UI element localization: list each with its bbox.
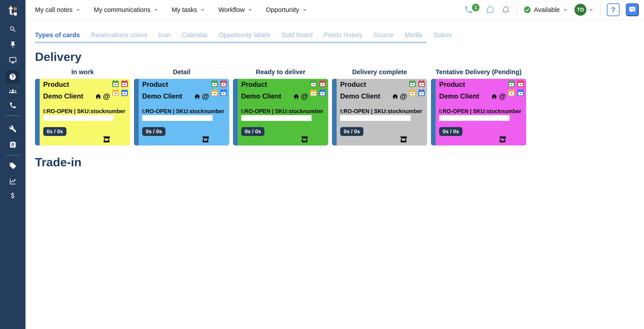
sidebar-item-pinned[interactable] <box>0 41 26 48</box>
card-timer-badge: 0s / 0s <box>340 127 364 136</box>
tab-calendar[interactable]: Calendar <box>182 32 208 39</box>
avatar: TD <box>574 4 586 16</box>
help-icon <box>9 73 16 80</box>
tab-points-history[interactable]: Points history <box>324 32 362 39</box>
chevron-down-icon <box>200 7 206 12</box>
sidebar-item-clients[interactable] <box>0 88 26 95</box>
delivery-board: In work Product Demo Client @ <box>35 68 644 146</box>
sidebar-divider <box>6 115 19 116</box>
card-client-label: Demo Client <box>241 92 281 100</box>
home-icon <box>491 93 498 100</box>
card-input-strip <box>43 115 114 121</box>
card-preview-detail: Product Demo Client @ I:RO-OPEN | SKU:st… <box>134 79 229 146</box>
support-chat-button[interactable] <box>626 3 639 16</box>
chevron-down-icon <box>153 7 159 12</box>
sidebar: t <box>0 0 26 329</box>
sidebar-item-tags[interactable] <box>0 162 26 170</box>
sidebar-item-tasks[interactable] <box>0 141 26 148</box>
tab-opportunity-labels[interactable]: Opportunity labels <box>219 32 270 39</box>
tab-media[interactable]: Media <box>405 32 422 39</box>
sidebar-item-search[interactable] <box>0 26 26 33</box>
card-client-label: Demo Client <box>43 92 83 100</box>
help-button[interactable]: ? <box>607 3 620 16</box>
card-calendar-icons <box>112 80 128 97</box>
at-symbol: @ <box>103 92 110 100</box>
store-icon <box>201 135 210 144</box>
card-timer-badge: 0s / 0s <box>439 127 462 136</box>
column-header: Detail <box>134 68 229 76</box>
card-client-row: Demo Client @ <box>241 92 308 100</box>
tab-status[interactable]: Status <box>434 32 452 39</box>
sidebar-item-help-active[interactable] <box>6 70 20 83</box>
availability-selector[interactable]: Available <box>523 6 568 14</box>
tab-icon[interactable]: Icon <box>158 32 170 39</box>
user-menu[interactable]: TD <box>574 4 594 16</box>
store-icon <box>399 135 408 144</box>
card-accent-bar <box>332 79 336 146</box>
sidebar-item-calls[interactable] <box>0 102 26 109</box>
sidebar-item-reports[interactable] <box>0 178 26 185</box>
app-logo[interactable]: t <box>0 3 26 17</box>
nav-opportunity[interactable]: Opportunity <box>266 6 308 14</box>
calendar-red-icon <box>319 80 326 88</box>
chart-icon <box>9 178 16 185</box>
tab-types-of-cards[interactable]: Types of cards <box>35 32 80 39</box>
divider <box>600 3 600 16</box>
calendar-orange-icon <box>310 89 317 97</box>
card-info-line: I:RO-OPEN | SKU:stocknumber <box>439 108 521 114</box>
column-header: In work <box>35 68 130 76</box>
call-notifications-button[interactable]: 1 <box>464 5 480 14</box>
store-icon <box>300 135 309 144</box>
logo-colon <box>14 7 17 16</box>
calendar-green-icon <box>508 80 515 88</box>
calendar-green-icon <box>408 80 416 88</box>
board-column-tentative-delivery: Tentative Delivery (Pending) Product Dem… <box>431 68 526 146</box>
search-icon <box>9 26 16 33</box>
sidebar-item-tools[interactable] <box>0 125 26 132</box>
logo-dot-orange <box>14 7 17 10</box>
card-body: Product Demo Client @ I:RO-OPEN | SKU:st… <box>436 79 526 146</box>
chevron-down-icon <box>562 7 568 12</box>
monitor-icon <box>9 56 16 64</box>
card-client-label: Demo Client <box>142 92 182 100</box>
dollar-icon <box>9 192 16 199</box>
calendar-green-icon <box>210 80 218 88</box>
nav-workflow[interactable]: Workflow <box>218 6 253 14</box>
store-icon <box>102 135 111 144</box>
section-title-trade-in: Trade-in <box>35 155 644 169</box>
board-column-in-work: In work Product Demo Client @ <box>35 68 130 146</box>
top-nav: My call notes My communications My tasks… <box>35 6 308 14</box>
store-icon <box>498 135 507 144</box>
pin-icon <box>9 41 16 48</box>
card-product-label: Product <box>340 80 366 88</box>
calendar-blue-icon <box>517 89 524 97</box>
card-preview-ready-to-deliver: Product Demo Client @ I:RO-OPEN | SKU:st… <box>233 79 328 146</box>
nav-my-communications[interactable]: My communications <box>94 6 159 14</box>
card-timer-badge: 0s / 0s <box>142 127 166 136</box>
card-timer-badge: 0s / 0s <box>43 127 66 136</box>
chat-icon[interactable] <box>486 5 495 14</box>
logo-letter: t <box>9 4 12 16</box>
sidebar-item-finance[interactable] <box>0 192 26 199</box>
tab-sold-board[interactable]: Sold board <box>282 32 312 39</box>
check-circle-icon <box>523 6 531 14</box>
calendar-red-icon <box>418 80 426 88</box>
nav-my-call-notes[interactable]: My call notes <box>35 6 81 14</box>
at-symbol: @ <box>499 92 506 100</box>
card-preview-in-work: Product Demo Client @ I:RO-OPEN | SKU:st… <box>35 79 130 146</box>
home-icon <box>392 93 398 100</box>
nav-label: Workflow <box>218 6 245 14</box>
home-icon <box>194 93 201 100</box>
card-accent-bar <box>233 79 238 146</box>
at-symbol: @ <box>400 92 407 100</box>
card-product-label: Product <box>43 80 69 88</box>
card-calendar-icons <box>310 80 326 97</box>
chevron-down-icon <box>302 7 308 12</box>
board-column-ready-to-deliver: Ready to deliver Product Demo Client @ <box>233 68 328 146</box>
bell-icon[interactable] <box>501 5 510 14</box>
tab-source[interactable]: Source <box>374 32 394 39</box>
nav-my-tasks[interactable]: My tasks <box>172 6 205 14</box>
card-body: Product Demo Client @ I:RO-OPEN | SKU:st… <box>40 79 130 146</box>
sidebar-item-desktop[interactable] <box>0 56 26 64</box>
tab-reservations-colors[interactable]: Reservations colors <box>91 32 148 39</box>
